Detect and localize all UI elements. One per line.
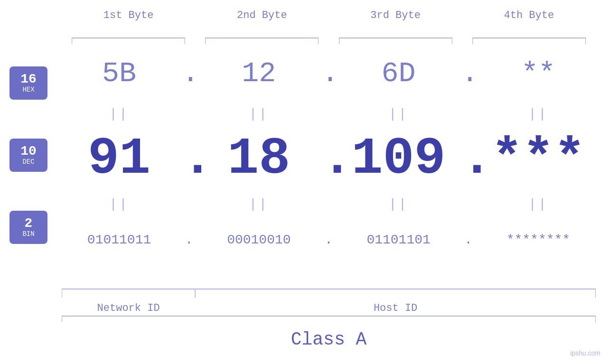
dec-label: DEC [22,158,34,166]
hex-num: 16 [20,73,37,86]
host-id-bracket [195,284,596,299]
hex-dot1: . [182,57,196,90]
byte1-header: 1st Byte [62,9,195,21]
class-bracket-line [62,314,596,326]
base-labels: 16 HEX 10 DEC 2 BIN [9,66,47,244]
equals1-byte2: || [206,107,311,121]
equals2-byte1: || [67,197,171,212]
hex-dot3: . [461,57,476,90]
dec-byte4: *** [486,133,591,185]
byte2-bracket [195,36,328,45]
equals2-byte2: || [206,197,311,212]
byte2-header: 2nd Byte [195,9,328,21]
bin-byte2: 00010010 [206,233,311,247]
values-section: 5B . 12 . 6D . ** || || || || 91 . 18 . … [62,45,596,263]
dec-dot3: . [461,133,476,185]
bin-byte1: 01011011 [67,233,171,247]
dec-dot2: . [321,133,336,185]
hex-dot2: . [321,57,336,90]
equals1-byte4: || [486,107,591,121]
bin-dot1: . [182,233,196,247]
byte4-header: 4th Byte [462,9,596,21]
class-section: Class A [62,314,596,350]
dec-dot1: . [182,133,196,185]
equals-row-2: || || || || [62,192,596,216]
bin-dot2: . [321,233,336,247]
byte1-bracket [62,36,195,45]
hex-row: 5B . 12 . 6D . ** [62,45,596,102]
header-brackets [62,36,596,45]
byte-headers: 1st Byte 2nd Byte 3rd Byte 4th Byte [62,9,596,21]
watermark: ipshu.com [570,349,601,357]
id-labels: Network ID Host ID [62,302,596,314]
hex-byte1: 5B [67,57,171,90]
hex-byte4: ** [486,57,591,90]
bin-byte3: 01101101 [347,233,451,247]
byte4-bracket [462,36,596,45]
bin-row: 01011011 . 00010010 . 01101101 . *******… [62,216,596,263]
id-section: Network ID Host ID [62,284,596,314]
dec-byte2: 18 [206,133,311,185]
bin-num: 2 [25,217,33,230]
network-id-label: Network ID [62,302,195,314]
bin-label: BIN [22,230,34,238]
class-label: Class A [62,329,596,350]
bin-dot3: . [461,233,476,247]
network-id-bracket [62,284,195,299]
hex-byte3: 6D [347,57,451,90]
equals-row-1: || || || || [62,102,596,126]
dec-byte1: 91 [67,133,171,185]
equals1-byte3: || [347,107,451,121]
host-id-label: Host ID [195,302,596,314]
byte3-bracket [329,36,462,45]
dec-badge: 10 DEC [9,139,47,172]
dec-byte3: 109 [347,133,451,185]
main-container: 1st Byte 2nd Byte 3rd Byte 4th Byte [0,0,610,364]
hex-byte2: 12 [206,57,311,90]
id-brackets [62,284,596,299]
bin-badge: 2 BIN [9,211,47,244]
dec-row: 91 . 18 . 109 . *** [62,126,596,192]
hex-label: HEX [22,86,34,93]
equals2-byte3: || [347,197,451,212]
dec-num: 10 [20,145,37,158]
bin-byte4: ******** [486,233,591,247]
equals2-byte4: || [486,197,591,212]
hex-badge: 16 HEX [9,66,47,100]
byte3-header: 3rd Byte [329,9,462,21]
equals1-byte1: || [67,107,171,121]
